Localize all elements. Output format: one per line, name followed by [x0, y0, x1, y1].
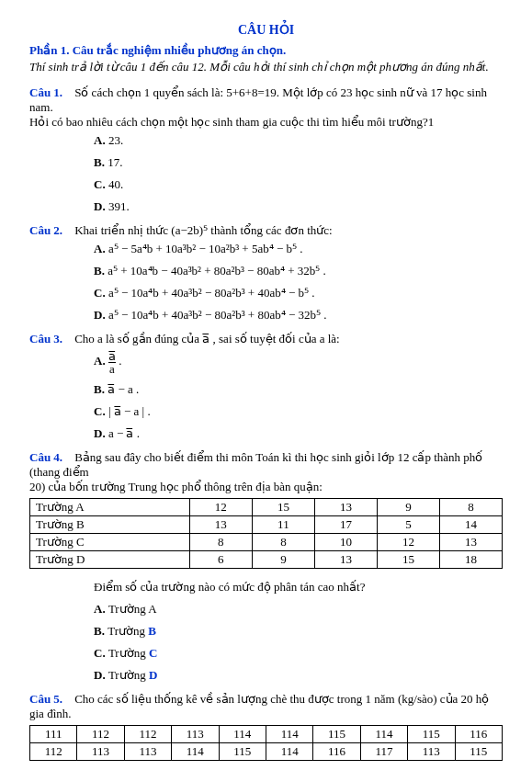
q3-opt-c: C. | a̅ − a | . — [94, 404, 503, 419]
question-4: Câu 4. Bảng sau đây cho biết điểm thi mô… — [29, 450, 503, 683]
q3-text: Cho a là số gần đúng của a̅ , sai số tuy… — [65, 332, 339, 345]
q1-label: Câu 1. — [29, 85, 62, 99]
page-title: CÂU HỎI — [29, 22, 503, 38]
q4-opt-c: C. Trường C — [94, 646, 503, 661]
q1-text2: Hỏi có bao nhiêu cách chọn một học sinh … — [29, 115, 434, 129]
question-1: Câu 1. Số cách chọn 1 quyển sách là: 5+6… — [29, 85, 503, 214]
question-5: Câu 5. Cho các số liệu thống kê về sản l… — [29, 692, 503, 770]
q4-opt-d: D. Trường D — [94, 668, 503, 683]
table-row: Trường D 69131518 — [30, 551, 503, 569]
q3-opt-b: B. a̅ − a . — [94, 382, 503, 397]
q5-table: 111112112113114 114115114115116 11211311… — [29, 725, 503, 761]
q2-opt-d: D. a⁵ − 10a⁴b + 40a³b² − 80a²b³ + 80ab⁴ … — [94, 308, 503, 323]
q4-opt-b: B. Trường B — [94, 624, 503, 639]
q2-opt-c: C. a⁵ − 10a⁴b + 40a³b² − 80a²b³ + 40ab⁴ … — [94, 286, 503, 300]
question-3: Câu 3. Cho a là số gần đúng của a̅ , sai… — [29, 332, 503, 441]
question-2: Câu 2. Khai triển nhị thức (a−2b)⁵ thành… — [29, 223, 503, 323]
q1-opt-a: A. 23. — [94, 133, 503, 148]
q1-opt-d: D. 391. — [94, 199, 503, 214]
q4-table: Trường A 12151398 Trường B 131117514 Trư… — [29, 498, 503, 569]
q2-opt-b: B. a⁵ + 10a⁴b − 40a³b² + 80a²b³ − 80ab⁴ … — [94, 264, 503, 278]
table-row: 111112112113114 114115114115116 — [30, 726, 503, 743]
instruction: Thí sinh trả lời từ câu 1 đến câu 12. Mỗ… — [29, 60, 503, 74]
q4-intro1: Bảng sau đây cho biết điểm thi môn Toán … — [29, 450, 482, 479]
part1-heading: Phần 1. Câu trắc nghiệm nhiều phương án … — [29, 43, 503, 58]
q3-opt-a: A. a̅ a . — [94, 350, 503, 375]
q1-text1: Số cách chọn 1 quyển sách là: 5+6+8=19. … — [29, 85, 487, 114]
q3-label: Câu 3. — [29, 332, 62, 345]
q5-text: Cho các số liệu thống kê về sản lượng ch… — [29, 692, 489, 720]
q5-label: Câu 5. — [29, 692, 62, 706]
q2-text: Khai triển nhị thức (a−2b)⁵ thành tổng c… — [65, 223, 332, 237]
q4-intro2: 20) của bốn trường Trung học phổ thông t… — [29, 480, 323, 493]
table-row: 112113113114115 114116117113115 — [30, 743, 503, 761]
q4-label: Câu 4. — [29, 450, 62, 464]
q3-opt-d: D. a − a̅ . — [94, 426, 503, 441]
table-row: Trường C 88101213 — [30, 534, 503, 551]
table-row: Trường A 12151398 — [30, 499, 503, 516]
q4-prompt: Điểm số của trường nào có mức độ phân tá… — [94, 580, 503, 594]
table-row: Trường B 131117514 — [30, 516, 503, 534]
q4-opt-a: A. Trường A — [94, 602, 503, 617]
q1-opt-b: B. 17. — [94, 155, 503, 170]
q2-opt-a: A. a⁵ − 5a⁴b + 10a³b² − 10a²b³ + 5ab⁴ − … — [94, 242, 503, 256]
q1-opt-c: C. 40. — [94, 177, 503, 192]
q2-label: Câu 2. — [29, 223, 62, 237]
